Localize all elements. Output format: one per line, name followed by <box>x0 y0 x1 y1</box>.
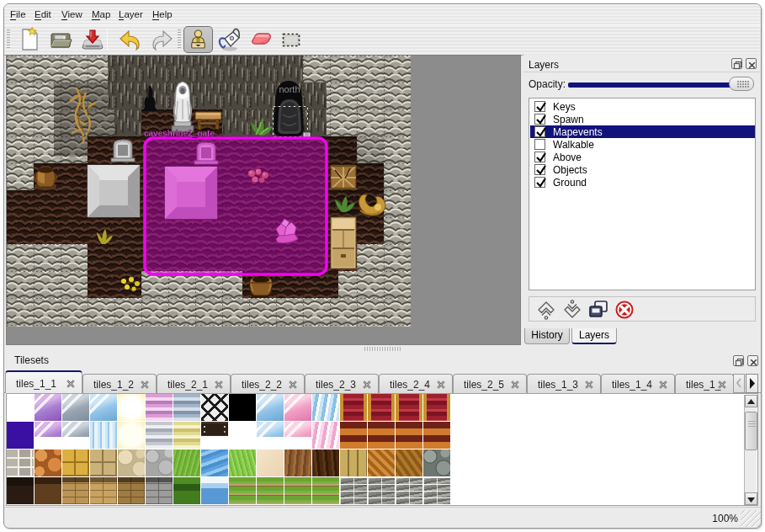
svg-text:north: north <box>279 84 300 94</box>
svg-text:caveshrine2_gate: caveshrine2_gate <box>144 129 215 138</box>
